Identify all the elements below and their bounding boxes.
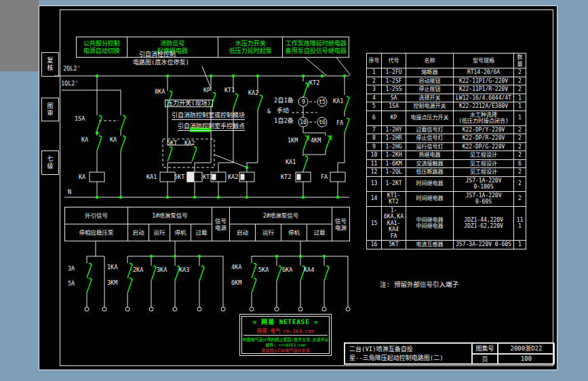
cell-no: 2 [367,77,382,85]
box-label-5kt: 5KT [167,140,177,146]
column-header: 型号规格 [454,54,514,68]
cell-line: 电源 [335,224,347,231]
cell-qty: 11 1 [514,206,526,241]
header-box-line: 电源自动切换 [83,47,120,55]
leader-note-2: 引自消防控制室或控制模块 [172,113,245,120]
cell-qty: 2 [514,168,526,177]
cell: 过载 [191,224,212,241]
cell-model: JDZ1-44,220V JDZ1-62,220V [454,206,514,241]
contact-label-ka4: KA4 [304,267,314,273]
terminal-label-t5: t5 [319,99,326,105]
table-row: 121-2QL低压断路器见工程设计2 [367,168,526,177]
cell: 停机 [281,224,307,241]
cell-no: 10 [367,151,382,160]
cell: 1#喷淋泵信号 [128,207,212,224]
edge-tab-2: 图审 [41,98,59,121]
cell-code: 1-2HY [382,125,406,134]
cell-code: 1-2KT [382,176,406,191]
header-box-line: 备用泵自投信号继电器 [286,47,347,55]
cell-qty: 2 [514,134,526,143]
cell-name: 控制电源开关 [406,102,454,111]
leader-note-3: 引自消防控制室手控触点 [178,123,245,131]
box-label-ka2: KA2 [184,140,195,146]
cell-qty: 2 [514,125,526,134]
cell-no: 13 [367,176,382,191]
cell-qty: 6 [514,159,526,168]
signal-table-row: 停相应稳压泵 启动 运行 停机 过载 启动 运行 停机 过载 [65,224,350,241]
selector-label-2auto1: 2自1备 [274,98,294,104]
cell-qty: 2 [514,68,526,77]
cell-code: SA [382,94,406,102]
contact-label-8ka: 8KA [155,89,165,95]
logo-line3: 中国电气设计师的网上家园:技术交流 资源共享 [242,337,329,342]
cell: 信号电源 [332,207,350,241]
neutral-bus-label: N [68,189,71,195]
cell-name: 选择开关 [406,94,454,102]
drawing-title-line2: 星--三角降压起动控制电路图(二) [349,354,444,363]
contact-label-3km: 3KM [107,280,117,286]
contact-label-4ka: 4KA [231,264,241,270]
cell-no: 14 [367,191,382,206]
cell-model: 水工种选择 (低压力时接点闭合) [454,111,514,125]
title-block: 二台(VI)喷淋互备自投 星--三角降压起动控制电路图(二) 图集号 2000浙… [344,342,554,365]
edge-tab-label: 七级 [46,155,55,170]
cell-name: 电流互感器 [406,241,454,249]
cell-model: JS7-1A-220V 0-60S [454,191,514,206]
cell-code: KP [382,111,406,125]
table-row: 101-2KH热继电器见工程设计2 [367,151,526,160]
cell-name: 电接点压力开关 [406,111,454,125]
cell-line: 信号 [335,218,347,224]
page-number: 100 [498,354,555,365]
logo-brand: = 网易 NETEASE = [242,317,329,326]
contact-label-ka1: KA1 [286,159,296,165]
selector-label-amp: & [267,108,271,115]
cad-drawing-page: { "frame": { "tabs": ["复核", "图审", "七级"] … [0,0,588,381]
cell-model: JS7-1A-220V 0-180S [454,176,514,191]
contact-label-ka2: KA2 [248,90,258,96]
cell: 启动 [230,224,256,241]
wire-label-3a: 3A [68,266,75,272]
cell-code: 1-2SS [382,85,406,94]
switch-label-1sa: 1SA [75,116,85,122]
drawing-title: 二台(VI)喷淋互备自投 星--三角降压起动控制电路图(二) [345,343,472,364]
cell: 过载 [307,224,332,241]
contact-label-ka3: KA3 [179,267,189,273]
cell-code: 1-2HR [382,134,406,143]
terminal-label-10: 10 [300,119,307,125]
table-row: 14KT1-KT2时间继电器JS7-1A-220V 0-60S2 [367,191,526,206]
contact-label-1ka: 1KA [107,264,117,270]
cell-qty: 2 [514,191,526,206]
cell-no: 11 [367,159,382,168]
cell-line: 电源 [215,224,227,231]
table-row: 4SA选择开关LW12-16/4.6044/4T1 [367,94,526,102]
cell-qty: 2 [514,85,526,94]
function-header-row: 公共部分控制 电源自动切换 消防信号 起停继电器 水压力开关 低压力延时起泵 工… [76,37,349,58]
cell-no: 3 [367,85,382,94]
cell: 信号电源 [212,207,230,241]
table-row: 131-2KT时间继电器JS7-1A-220V 0-180S2 [367,176,526,191]
coil-label-kt2: KT2 [281,174,291,180]
logo-line5: 欢迎加入CAD电气设计交流 [242,348,329,353]
cell-code: 5KT [382,241,406,249]
header-box-common: 公共部分控制 电源自动切换 [77,37,128,57]
cell-no: 7 [367,125,382,134]
contact-label-6ka: 6KA [282,267,292,273]
contact-label-3ka: 3KA [157,267,167,273]
leader-note-1a: 引自消栓控制 [139,52,176,58]
cell-code: 1-6KA,KA KA1-KA4 FA [382,206,406,241]
coil-label-ka1: KA1 [146,174,157,180]
cell-no: 5 [367,102,382,111]
contact-label-fa-right: FA [336,120,343,126]
cell-name: 熔断器 [406,68,454,77]
cell-code: 1-2FU [382,68,406,77]
cell-name: 时间继电器 [406,191,454,206]
cell-code: 1-6KM [382,159,406,168]
drawing-note: 注: 预留外部信号引入端子 [380,281,458,287]
cell-qty: 2 [514,142,526,151]
contact-label-6km: 6KM [231,280,241,286]
contact-label-5ka: 5KA [258,267,269,273]
table-row: 51SA控制电源开关K22-2212A/E380V1 [367,102,526,111]
cell-model: 见工程设计 [454,168,514,177]
cell-no: 8 [367,134,382,143]
contact-label-ka: KA [81,137,88,143]
